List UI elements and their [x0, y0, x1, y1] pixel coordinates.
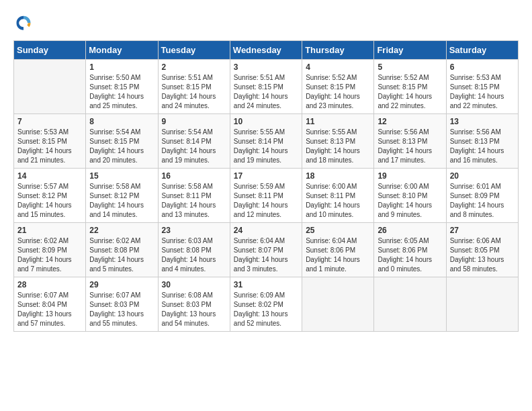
cell-content: Sunrise: 5:55 AM Sunset: 8:14 PM Dayligh…	[234, 128, 298, 165]
cell-content: Sunrise: 6:04 AM Sunset: 8:07 PM Dayligh…	[234, 236, 298, 274]
cell-content: Sunrise: 5:54 AM Sunset: 8:15 PM Dayligh…	[89, 128, 154, 165]
header	[13, 13, 519, 34]
calendar-week-row: 1Sunrise: 5:50 AM Sunset: 8:15 PM Daylig…	[14, 60, 519, 114]
cell-content: Sunrise: 5:51 AM Sunset: 8:15 PM Dayligh…	[234, 73, 298, 111]
calendar-cell: 2Sunrise: 5:51 AM Sunset: 8:15 PM Daylig…	[158, 60, 230, 114]
day-number: 12	[378, 117, 442, 126]
day-number: 10	[234, 117, 298, 126]
calendar-cell: 19Sunrise: 6:00 AM Sunset: 8:10 PM Dayli…	[374, 169, 446, 223]
day-number: 6	[450, 62, 515, 72]
cell-content: Sunrise: 6:01 AM Sunset: 8:09 PM Dayligh…	[450, 182, 515, 220]
calendar-cell: 28Sunrise: 6:07 AM Sunset: 8:04 PM Dayli…	[14, 277, 86, 332]
day-number: 5	[378, 62, 442, 72]
cell-content: Sunrise: 5:56 AM Sunset: 8:13 PM Dayligh…	[450, 128, 515, 165]
day-number: 7	[17, 117, 82, 126]
day-number: 2	[162, 62, 226, 72]
calendar-week-row: 7Sunrise: 5:53 AM Sunset: 8:15 PM Daylig…	[14, 114, 519, 169]
logo-icon	[13, 13, 34, 34]
day-number: 30	[162, 280, 226, 289]
day-number: 1	[89, 62, 154, 72]
day-number: 28	[17, 280, 82, 289]
cell-content: Sunrise: 5:50 AM Sunset: 8:15 PM Dayligh…	[89, 73, 154, 111]
calendar-week-row: 28Sunrise: 6:07 AM Sunset: 8:04 PM Dayli…	[14, 277, 519, 332]
day-number: 9	[162, 117, 226, 126]
calendar-table: SundayMondayTuesdayWednesdayThursdayFrid…	[13, 40, 519, 332]
cell-content: Sunrise: 6:02 AM Sunset: 8:09 PM Dayligh…	[17, 236, 82, 274]
day-number: 18	[306, 171, 370, 181]
calendar-cell: 1Sunrise: 5:50 AM Sunset: 8:15 PM Daylig…	[86, 60, 158, 114]
calendar-cell: 23Sunrise: 6:03 AM Sunset: 8:08 PM Dayli…	[158, 223, 230, 277]
calendar-week-row: 21Sunrise: 6:02 AM Sunset: 8:09 PM Dayli…	[14, 223, 519, 277]
calendar-cell: 25Sunrise: 6:04 AM Sunset: 8:06 PM Dayli…	[302, 223, 374, 277]
cell-content: Sunrise: 6:02 AM Sunset: 8:08 PM Dayligh…	[89, 236, 154, 274]
calendar-cell: 14Sunrise: 5:57 AM Sunset: 8:12 PM Dayli…	[14, 169, 86, 223]
calendar-cell: 8Sunrise: 5:54 AM Sunset: 8:15 PM Daylig…	[86, 114, 158, 169]
calendar-cell: 15Sunrise: 5:58 AM Sunset: 8:12 PM Dayli…	[86, 169, 158, 223]
calendar-cell: 13Sunrise: 5:56 AM Sunset: 8:13 PM Dayli…	[446, 114, 518, 169]
cell-content: Sunrise: 6:06 AM Sunset: 8:05 PM Dayligh…	[450, 236, 515, 274]
day-number: 15	[89, 171, 154, 181]
day-number: 8	[89, 117, 154, 126]
cell-content: Sunrise: 6:05 AM Sunset: 8:06 PM Dayligh…	[378, 236, 442, 274]
day-header: Saturday	[446, 41, 518, 60]
calendar-cell: 27Sunrise: 6:06 AM Sunset: 8:05 PM Dayli…	[446, 223, 518, 277]
cell-content: Sunrise: 5:55 AM Sunset: 8:13 PM Dayligh…	[306, 128, 370, 165]
cell-content: Sunrise: 6:00 AM Sunset: 8:11 PM Dayligh…	[306, 182, 370, 220]
calendar-cell: 30Sunrise: 6:08 AM Sunset: 8:03 PM Dayli…	[158, 277, 230, 332]
day-number: 16	[162, 171, 226, 181]
day-number: 19	[378, 171, 442, 181]
cell-content: Sunrise: 5:52 AM Sunset: 8:15 PM Dayligh…	[378, 73, 442, 111]
calendar-cell	[14, 60, 86, 114]
cell-content: Sunrise: 6:04 AM Sunset: 8:06 PM Dayligh…	[306, 236, 370, 274]
cell-content: Sunrise: 6:09 AM Sunset: 8:02 PM Dayligh…	[234, 291, 298, 328]
calendar-cell: 20Sunrise: 6:01 AM Sunset: 8:09 PM Dayli…	[446, 169, 518, 223]
cell-content: Sunrise: 5:59 AM Sunset: 8:11 PM Dayligh…	[234, 182, 298, 220]
calendar-week-row: 14Sunrise: 5:57 AM Sunset: 8:12 PM Dayli…	[14, 169, 519, 223]
calendar-cell: 29Sunrise: 6:07 AM Sunset: 8:03 PM Dayli…	[86, 277, 158, 332]
day-number: 22	[89, 226, 154, 235]
day-number: 14	[17, 171, 82, 181]
cell-content: Sunrise: 5:56 AM Sunset: 8:13 PM Dayligh…	[378, 128, 442, 165]
calendar-cell: 22Sunrise: 6:02 AM Sunset: 8:08 PM Dayli…	[86, 223, 158, 277]
day-number: 25	[306, 226, 370, 235]
day-header: Monday	[86, 41, 158, 60]
calendar-cell: 4Sunrise: 5:52 AM Sunset: 8:15 PM Daylig…	[302, 60, 374, 114]
calendar-cell	[446, 277, 518, 332]
cell-content: Sunrise: 6:08 AM Sunset: 8:03 PM Dayligh…	[162, 291, 226, 328]
day-number: 20	[450, 171, 515, 181]
calendar-cell: 18Sunrise: 6:00 AM Sunset: 8:11 PM Dayli…	[302, 169, 374, 223]
calendar-cell: 16Sunrise: 5:58 AM Sunset: 8:11 PM Dayli…	[158, 169, 230, 223]
day-header: Thursday	[302, 41, 374, 60]
logo	[13, 13, 36, 34]
calendar-cell: 5Sunrise: 5:52 AM Sunset: 8:15 PM Daylig…	[374, 60, 446, 114]
day-header: Sunday	[14, 41, 86, 60]
cell-content: Sunrise: 5:53 AM Sunset: 8:15 PM Dayligh…	[17, 128, 82, 165]
calendar-cell: 31Sunrise: 6:09 AM Sunset: 8:02 PM Dayli…	[230, 277, 302, 332]
calendar-cell: 17Sunrise: 5:59 AM Sunset: 8:11 PM Dayli…	[230, 169, 302, 223]
day-number: 3	[234, 62, 298, 72]
day-number: 24	[234, 226, 298, 235]
day-number: 17	[234, 171, 298, 181]
calendar-cell: 10Sunrise: 5:55 AM Sunset: 8:14 PM Dayli…	[230, 114, 302, 169]
cell-content: Sunrise: 5:53 AM Sunset: 8:15 PM Dayligh…	[450, 73, 515, 111]
calendar-cell: 6Sunrise: 5:53 AM Sunset: 8:15 PM Daylig…	[446, 60, 518, 114]
calendar-cell: 3Sunrise: 5:51 AM Sunset: 8:15 PM Daylig…	[230, 60, 302, 114]
cell-content: Sunrise: 5:58 AM Sunset: 8:12 PM Dayligh…	[89, 182, 154, 220]
day-header: Tuesday	[158, 41, 230, 60]
cell-content: Sunrise: 6:07 AM Sunset: 8:03 PM Dayligh…	[89, 291, 154, 328]
day-number: 29	[89, 280, 154, 289]
cell-content: Sunrise: 5:57 AM Sunset: 8:12 PM Dayligh…	[17, 182, 82, 220]
calendar-cell: 26Sunrise: 6:05 AM Sunset: 8:06 PM Dayli…	[374, 223, 446, 277]
calendar-cell: 9Sunrise: 5:54 AM Sunset: 8:14 PM Daylig…	[158, 114, 230, 169]
day-number: 13	[450, 117, 515, 126]
day-number: 23	[162, 226, 226, 235]
cell-content: Sunrise: 5:52 AM Sunset: 8:15 PM Dayligh…	[306, 73, 370, 111]
cell-content: Sunrise: 5:51 AM Sunset: 8:15 PM Dayligh…	[162, 73, 226, 111]
cell-content: Sunrise: 5:54 AM Sunset: 8:14 PM Dayligh…	[162, 128, 226, 165]
day-number: 4	[306, 62, 370, 72]
calendar-cell	[302, 277, 374, 332]
calendar-cell	[374, 277, 446, 332]
day-number: 21	[17, 226, 82, 235]
calendar-header-row: SundayMondayTuesdayWednesdayThursdayFrid…	[14, 41, 519, 60]
day-number: 11	[306, 117, 370, 126]
